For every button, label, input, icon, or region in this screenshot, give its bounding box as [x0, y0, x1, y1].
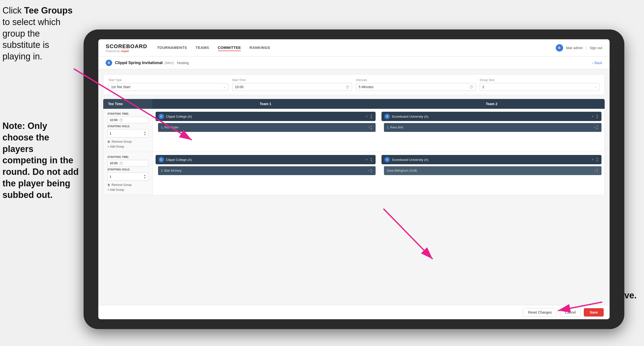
group1-team1-player[interactable]: 1. Rich Butler ✕ ▲▼: [158, 123, 376, 132]
clock-icon-1: 🕐: [119, 118, 123, 122]
logo-area: SCOREBOARD Powered by clippd: [106, 43, 147, 52]
group1-team2-arrows: ▲▼: [596, 114, 598, 119]
col-team2: Team 2: [378, 99, 605, 109]
tournament-name: Clippd Spring Invitational: [115, 61, 163, 65]
start-type-chevron: ⌄: [223, 85, 226, 89]
group1-team1-player-name: 1. Rich Butler: [161, 126, 368, 129]
group2-add-button[interactable]: + Add Group: [108, 188, 148, 192]
group2-team1-name: Clippd College (A): [166, 158, 364, 162]
cancel-button[interactable]: Cancel: [560, 308, 581, 317]
nav-right: B blair admin | Sign out: [556, 44, 602, 51]
trash-icon-1: 🗑: [108, 140, 110, 143]
group2-team2-player-sub[interactable]: Dave Billingham (SUB) ✕ ▲▼: [384, 166, 602, 175]
group1-team2-player-name: 1. Rees Britt: [387, 126, 594, 129]
start-type-field: Start Type 1st Tee Start ⌄: [108, 78, 228, 91]
col-team1: Team 1: [152, 99, 378, 109]
instruction-text-top: Click Tee Groups to select which group t…: [2, 5, 72, 61]
group-size-field: Group Size 2 ⌄: [480, 78, 600, 91]
group1-team1-player-remove[interactable]: ✕: [368, 126, 370, 129]
group2-team2-item[interactable]: S Scoreboard University (A) ✕ ▲▼: [382, 155, 602, 164]
tee-group-row: STARTING TIME: 10:00 🕐 STARTING HOLE: 1 …: [104, 109, 604, 152]
group2-team2-logo: S: [384, 157, 390, 162]
group1-team2-item[interactable]: S Scoreboard University (A) ✕ ▲▼: [382, 112, 602, 121]
nav-committee[interactable]: COMMITTEE: [218, 44, 241, 51]
clock-icon-2: 🕐: [119, 162, 123, 165]
group2-time-input[interactable]: 10:05 🕐: [108, 160, 148, 166]
group1-hole-input[interactable]: 1 ▲▼: [108, 129, 148, 137]
tee-table-header: Tee Time Team 1 Team 2: [103, 99, 605, 109]
sub-header: B Clippd Spring Invitational (Men) Hosti…: [98, 56, 610, 69]
group2-team1-player-remove[interactable]: ✕: [368, 169, 370, 172]
group-size-input[interactable]: 2 ⌄: [480, 83, 600, 91]
group1-team2-logo: S: [384, 114, 390, 119]
start-time-field: Start Time 10:00 🕐: [232, 78, 352, 91]
start-type-input[interactable]: 1st Tee Start ⌄: [108, 83, 228, 91]
group2-team1-remove[interactable]: ✕: [366, 158, 368, 161]
group2-team2-remove[interactable]: ✕: [592, 158, 594, 161]
col-tee-time: Tee Time: [103, 99, 152, 109]
instruction-bold-tee-groups: Tee Groups: [24, 5, 72, 15]
group2-p1-arrows: ▲▼: [370, 168, 373, 173]
group2-team2-name: Scoreboard University (A): [392, 158, 590, 162]
hole-arrows-1: ▲▼: [144, 131, 146, 136]
group2-team1-cell: C Clippd College (A) ✕ ▲▼ 2. Blair McHar…: [153, 152, 378, 195]
intervals-input[interactable]: 5 Minutes 🕐: [356, 83, 476, 91]
tee-groups-container: STARTING TIME: 10:00 🕐 STARTING HOLE: 1 …: [103, 109, 605, 195]
group1-team2-cell: S Scoreboard University (A) ✕ ▲▼ 1. Rees…: [378, 109, 604, 152]
reset-changes-button[interactable]: Reset Changes: [523, 308, 557, 317]
group-size-chevron: ⌄: [594, 85, 597, 89]
group1-team1-remove[interactable]: ✕: [366, 115, 368, 118]
hosting-label: Hosting: [177, 61, 188, 65]
group2-team2-player-name: Dave Billingham (SUB): [387, 169, 594, 172]
group-size-label: Group Size: [480, 78, 600, 82]
user-name: blair admin: [566, 46, 583, 50]
logo-scoreboard: SCOREBOARD: [106, 43, 147, 50]
group2-team1-player[interactable]: 2. Blair McHarg ✕ ▲▼: [158, 166, 376, 175]
group1-p1-arrows: ▲▼: [370, 125, 373, 130]
tournament-gender: (Men): [165, 61, 174, 65]
main-content: Start Type 1st Tee Start ⌄ Start Time 10…: [98, 69, 610, 305]
group1-add-button[interactable]: + Add Group: [108, 145, 148, 148]
group2-left-controls: STARTING TIME: 10:05 🕐 STARTING HOLE: 1 …: [104, 152, 153, 195]
logo-powered-by: Powered by clippd: [106, 50, 147, 52]
tee-group-row-2: STARTING TIME: 10:05 🕐 STARTING HOLE: 1 …: [104, 152, 604, 195]
group2-team2-player-remove[interactable]: ✕: [594, 169, 596, 172]
group1-remove-button[interactable]: 🗑 Remove Group: [108, 140, 148, 143]
back-button[interactable]: ‹ Back: [592, 61, 602, 65]
nav-tournaments[interactable]: TOURNAMENTS: [157, 44, 187, 51]
group2-team1-arrows: ▲▼: [370, 157, 373, 162]
start-time-input[interactable]: 10:00 🕐: [232, 83, 352, 91]
group2-starting-time-label: STARTING TIME:: [108, 155, 148, 158]
group1-left-controls: STARTING TIME: 10:00 🕐 STARTING HOLE: 1 …: [104, 109, 153, 152]
group1-time-input[interactable]: 10:00 🕐: [108, 117, 148, 123]
group1-p2-arrows: ▲▼: [596, 125, 598, 130]
navbar: SCOREBOARD Powered by clippd TOURNAMENTS…: [98, 39, 610, 56]
save-button[interactable]: Save: [584, 308, 604, 317]
intervals-label: Intervals: [356, 78, 476, 82]
tablet-screen: SCOREBOARD Powered by clippd TOURNAMENTS…: [98, 39, 610, 319]
group2-team1-item[interactable]: C Clippd College (A) ✕ ▲▼: [156, 155, 376, 164]
group2-p2-arrows: ▲▼: [596, 168, 598, 173]
group1-team1-cell: C Clippd College (A) ✕ ▲▼ 1. Rich Butler…: [153, 109, 378, 152]
instruction-text-bottom: Note: Only choose the players competing …: [2, 121, 79, 200]
group1-team2-player-remove[interactable]: ✕: [594, 126, 596, 129]
group1-team1-item[interactable]: C Clippd College (A) ✕ ▲▼: [156, 112, 376, 121]
group2-hole-label: STARTING HOLE:: [108, 168, 148, 171]
group2-hole-input[interactable]: 1 ▲▼: [108, 172, 148, 181]
nav-links: TOURNAMENTS TEAMS COMMITTEE RANKINGS: [157, 44, 556, 51]
settings-row: Start Type 1st Tee Start ⌄ Start Time 10…: [103, 74, 605, 95]
group1-team2-player[interactable]: 1. Rees Britt ✕ ▲▼: [384, 123, 602, 132]
group1-team1-name: Clippd College (A): [166, 115, 364, 118]
group2-team1-logo: C: [158, 157, 164, 162]
group1-team2-remove[interactable]: ✕: [592, 115, 594, 118]
intervals-field: Intervals 5 Minutes 🕐: [356, 78, 476, 91]
footer-bar: Reset Changes Cancel Save: [98, 305, 610, 319]
group1-hole-label: STARTING HOLE:: [108, 125, 148, 128]
instruction-bottom: Note: Only choose the players competing …: [2, 120, 79, 201]
trash-icon-2: 🗑: [108, 183, 110, 187]
group2-team1-player-name: 2. Blair McHarg: [161, 169, 368, 172]
nav-teams[interactable]: TEAMS: [196, 44, 209, 51]
group2-remove-button[interactable]: 🗑 Remove Group: [108, 183, 148, 187]
sign-out-link[interactable]: Sign out: [590, 46, 602, 50]
nav-rankings[interactable]: RANKINGS: [250, 44, 270, 51]
